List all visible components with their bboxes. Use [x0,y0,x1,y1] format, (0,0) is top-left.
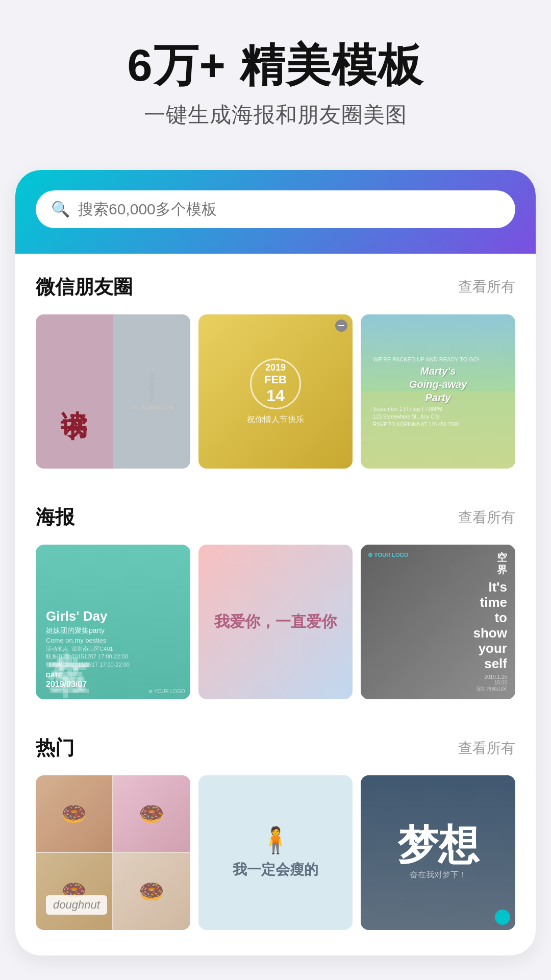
girls-day-details: 活动地点: 深圳南山区C401联系电话: 20151207 17:00-22:0… [46,645,180,669]
book-label: READING [148,373,155,401]
wechat-party-card[interactable]: WE'RE PACKED UP AND READY TO GO! Marty's… [361,314,515,469]
figure-icon: 🧍 [260,825,291,855]
search-input[interactable] [78,201,500,218]
donut-emoji-4: 🍩 [139,879,164,903]
girls-day-title-text: Girls' Day [46,608,180,624]
poster-love-card[interactable]: 我爱你，一直爱你 [198,545,353,699]
hot-motivation-card[interactable]: 🧍 我一定会瘦的 [198,775,353,930]
search-header: 🔍 [15,170,536,254]
hot-template-grid: 🍩 🍩 🍩 🍩 doughnut 🧍 我一定会瘦的 [36,775,515,930]
wechat-section-title: 微信朋友圈 [36,274,133,300]
val-month: FEB [264,373,287,386]
party-rsvp: RSVP TO KORINNA AT 123 456 7890 [373,422,503,427]
hot-see-all[interactable]: 查看所有 [458,739,515,758]
doughnut-cell-topleft: 🍩 [36,775,112,852]
hot-section-title: 热门 [36,735,74,761]
your-logo-badge: ⊕ YOUR LOGO [368,552,408,558]
wechat-section: 微信朋友圈 查看所有 读书 READING The Unsplash Book [15,254,536,474]
wechat-template-grid: 读书 READING The Unsplash Book 2019 FEB 14 [36,314,515,469]
canva-badge [495,910,510,925]
poster-girls-day-card[interactable]: 女生节 Girls' Day 姐妹团的聚集party Come on,my be… [36,545,190,699]
hero-section: 6万+ 精美模板 一键生成海报和朋友圈美图 [0,0,551,155]
girls-day-content: Girls' Day 姐妹团的聚集party Come on,my bestie… [46,608,180,689]
party-detail: September 1 | Friday | 7:00PM [373,406,503,412]
girls-day-logo: ⊕ YOUR LOGO [148,689,185,694]
girls-day-date-label: DATE [46,672,180,679]
wechat-reading-card[interactable]: 读书 READING The Unsplash Book [36,314,190,469]
minus-icon [335,320,347,332]
poster-section-title: 海报 [36,504,74,530]
hero-subtitle: 一键生成海报和朋友圈美图 [31,101,520,129]
show-content: 空界 It'stimetoshowyourself 2019.1.2515:00… [473,551,507,693]
girls-day-come-text: Come on,my besties [46,636,180,644]
doughnut-cell-topright: 🍩 [113,775,190,852]
search-bar[interactable]: 🔍 [36,190,515,228]
val-year: 2019 [265,362,286,373]
book-subtitle: The Unsplash Book [129,404,173,410]
val-day: 14 [266,386,285,405]
valentine-date-circle: 2019 FEB 14 [250,358,301,409]
party-ready-text: WE'RE PACKED UP AND READY TO GO! [373,356,503,362]
app-card: 🔍 微信朋友圈 查看所有 读书 READING The Unsplash Boo… [15,170,536,955]
wechat-valentine-card[interactable]: 2019 FEB 14 祝你情人节快乐 [198,314,353,469]
poster-section: 海报 查看所有 女生节 Girls' Day 姐妹团的聚集party Come … [15,484,536,704]
show-date: 2019.1.2515:00深圳市南山区 [473,674,507,693]
reading-left: 读书 [36,314,113,469]
reading-right: READING The Unsplash Book [113,314,190,469]
hot-dream-card[interactable]: 梦想 奋在我对梦下！ [361,775,515,930]
hot-doughnut-card[interactable]: 🍩 🍩 🍩 🍩 doughnut [36,775,190,930]
poster-section-header: 海报 查看所有 [36,504,515,530]
poster-show-card[interactable]: ⊕ YOUR LOGO 空界 It'stimetoshowyourself 20… [361,545,515,699]
show-main-text: 空界 [473,551,507,576]
doughnut-cell-bottomright: 🍩 [113,853,190,929]
party-content: WE'RE PACKED UP AND READY TO GO! Marty's… [369,352,507,431]
girls-day-date-value: 2019/03/07 [46,680,180,689]
dream-subtitle: 奋在我对梦下！ [410,870,467,880]
search-icon: 🔍 [51,202,70,217]
donut-emoji-2: 🍩 [139,802,164,826]
hero-title: 6万+ 精美模板 [31,41,520,90]
party-title: Marty'sGoing-awayParty [373,364,503,404]
poster-template-grid: 女生节 Girls' Day 姐妹团的聚集party Come on,my be… [36,545,515,699]
reading-text: 读书 [57,389,92,394]
wechat-see-all[interactable]: 查看所有 [458,277,515,297]
poster-see-all[interactable]: 查看所有 [458,508,515,527]
val-subtitle: 祝你情人节快乐 [247,414,304,425]
hot-section: 热门 查看所有 🍩 🍩 🍩 🍩 doughnut [15,715,536,935]
show-english-text: It'stimetoshowyourself [473,580,507,671]
dream-title: 梦想 [397,825,479,866]
party-address: 123 Somewhere St., Any City [373,414,503,420]
motivation-text: 我一定会瘦的 [233,860,318,879]
doughnut-cell-bottomleft: 🍩 [36,853,112,929]
hot-section-header: 热门 查看所有 [36,735,515,761]
love-text: 我爱你，一直爱你 [214,611,337,632]
wechat-section-header: 微信朋友圈 查看所有 [36,274,515,300]
donut-emoji-1: 🍩 [61,802,87,826]
doughnut-label: doughnut [46,895,107,915]
girls-day-party-text: 姐妹团的聚集party [46,626,180,635]
